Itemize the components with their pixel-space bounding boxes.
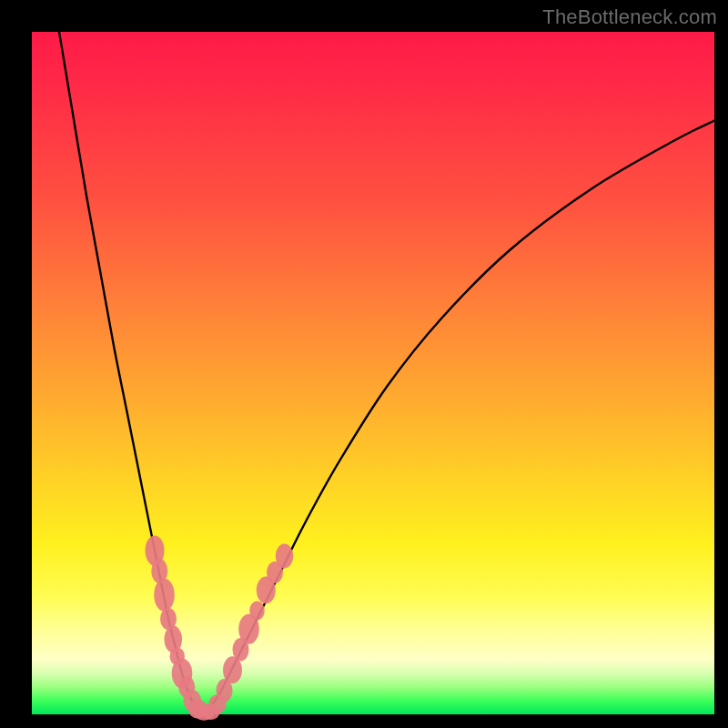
watermark-text: TheBottleneck.com [542,5,717,29]
curve-left [59,32,203,714]
chart-svg [32,32,714,714]
curve-right [203,121,715,715]
bead [276,544,294,569]
bead [154,579,175,612]
chart-frame: TheBottleneck.com [0,0,728,728]
plot-area [32,32,714,714]
curve-beads [146,536,294,721]
bead [249,602,265,621]
